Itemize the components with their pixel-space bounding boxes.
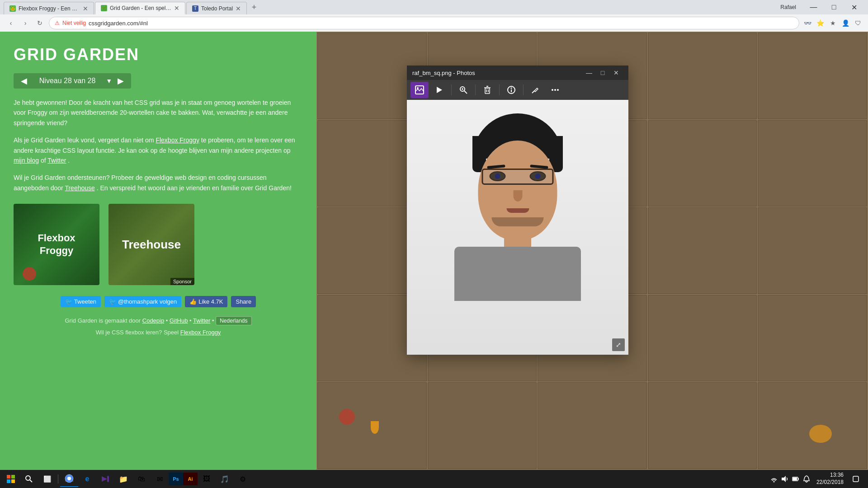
back-button[interactable]: ‹: [5, 18, 16, 28]
notification-icon[interactable]: [802, 474, 811, 483]
taskbar-illustrator[interactable]: Ai: [183, 473, 198, 485]
tab-froggy[interactable]: 🐸 Flexbox Froggy - Een spe... ✕: [4, 2, 94, 14]
photos-view-button[interactable]: [410, 82, 429, 98]
svg-marker-30: [782, 476, 786, 482]
maximize-button[interactable]: □: [824, 0, 844, 14]
start-button[interactable]: [2, 471, 20, 487]
close-button[interactable]: ✕: [844, 0, 864, 14]
date-text: 22/02/2018: [816, 479, 844, 486]
twitter-follow-button[interactable]: 🐦 @thomashpark volgen: [104, 296, 181, 307]
level-dropdown-icon[interactable]: ▼: [106, 77, 112, 84]
grid-favicon: 🌿: [101, 5, 107, 11]
tab-toledo-close[interactable]: ✕: [236, 5, 241, 12]
tweet-button[interactable]: 🐦 Tweeten: [61, 296, 101, 307]
svg-marker-2: [437, 87, 442, 93]
photos-minimize-button[interactable]: —: [582, 66, 596, 80]
prev-level-button[interactable]: ◀: [19, 76, 29, 86]
photos-maximize-button[interactable]: □: [596, 66, 609, 80]
shirt-shape: [454, 247, 581, 301]
taskbar-edge[interactable]: e: [78, 471, 96, 487]
extension-icon-3[interactable]: ★: [828, 19, 837, 28]
browser-chrome: 🐸 Flexbox Froggy - Een spe... ✕ 🌿 Grid G…: [0, 0, 868, 32]
extension-icon-2[interactable]: ⭐: [816, 19, 825, 28]
extension-icon-1[interactable]: 👓: [803, 19, 812, 28]
treehouse-link[interactable]: Treehouse: [65, 184, 94, 192]
refresh-button[interactable]: ↻: [34, 18, 45, 28]
url-text: cssgridgarden.com/#nl: [89, 20, 148, 27]
my-blog-link[interactable]: mijn blog: [14, 157, 39, 164]
photos-zoom-button[interactable]: [454, 82, 472, 98]
action-center-button[interactable]: [849, 471, 863, 487]
svg-line-4: [464, 91, 467, 94]
grid-cell-22: [428, 382, 537, 469]
extension-icon-5[interactable]: 🛡: [854, 19, 863, 28]
taskbar-photoshop[interactable]: Ps: [169, 473, 183, 485]
grid-cell-15: [758, 207, 867, 294]
minimize-button[interactable]: —: [803, 0, 824, 14]
svg-rect-33: [793, 478, 797, 480]
thumbsup-icon: 👍: [189, 298, 197, 305]
svg-point-16: [552, 89, 553, 91]
taskbar-store[interactable]: 🛍: [132, 471, 151, 487]
task-view-button[interactable]: ⬜: [38, 471, 56, 487]
taskbar-photos[interactable]: 🖼: [198, 471, 216, 487]
taskbar-vs[interactable]: [96, 471, 114, 487]
network-icon[interactable]: [769, 474, 778, 483]
flexbox-froggy-final-link[interactable]: Flexbox Froggy: [180, 329, 221, 336]
taskbar-app2[interactable]: ⚙: [234, 471, 252, 487]
para2-end: .: [68, 157, 70, 164]
tab-froggy-close[interactable]: ✕: [83, 5, 88, 12]
sponsor-badge: Sponsor: [170, 278, 194, 285]
separator-2: •: [189, 317, 193, 324]
battery-icon[interactable]: [791, 474, 800, 483]
twitter-link[interactable]: Twitter: [47, 157, 66, 164]
language-button[interactable]: Nederlands: [216, 316, 251, 325]
taskbar-app1[interactable]: 🎵: [216, 471, 234, 487]
facebook-like-button[interactable]: 👍 Like 4.7K: [185, 296, 227, 307]
tab-gridgarden-close[interactable]: ✕: [174, 5, 179, 12]
taskbar-right: 13:36 22/02/2018: [769, 471, 866, 487]
tab-froggy-label: Flexbox Froggy - Een spe...: [19, 5, 80, 12]
footer-twitter-link[interactable]: Twitter: [193, 317, 210, 324]
tab-gridgarden[interactable]: 🌿 Grid Garden - Een spel o... ✕: [95, 2, 185, 14]
photos-more-button[interactable]: [546, 82, 564, 98]
taskbar-explorer[interactable]: 📁: [114, 471, 132, 487]
grid-cell-10: [758, 120, 867, 207]
next-level-button[interactable]: ▶: [116, 76, 126, 86]
flexbox-froggy-link[interactable]: Flexbox Froggy: [156, 136, 199, 144]
photos-delete-button[interactable]: [478, 82, 496, 98]
svg-line-15: [532, 91, 534, 93]
forward-button[interactable]: ›: [20, 18, 31, 28]
flexbox-froggy-card[interactable]: FlexboxFroggy: [14, 204, 99, 285]
url-bar[interactable]: ⚠ Niet veilig cssgridgarden.com/#nl: [49, 17, 799, 29]
github-link[interactable]: GitHub: [170, 317, 188, 324]
photos-close-button[interactable]: ✕: [609, 66, 623, 80]
svg-line-24: [30, 480, 32, 482]
taskbar-mail[interactable]: ✉: [151, 471, 169, 487]
facebook-share-button[interactable]: Share: [231, 296, 256, 307]
photo-display: ⤢: [407, 100, 628, 355]
tab-toledo[interactable]: T Toledo Portal ✕: [186, 2, 247, 14]
treehouse-card[interactable]: Treehouse Sponsor: [108, 204, 194, 285]
photos-edit-button[interactable]: [526, 82, 544, 98]
twitter-bird-icon: 🐦: [65, 298, 72, 305]
intro-para-2: Als je Grid Garden leuk vond, vergeet da…: [14, 135, 303, 165]
volume-icon[interactable]: [780, 474, 789, 483]
level-label: Niveau 28 van 28: [33, 77, 102, 85]
mouth-shape: [506, 208, 529, 213]
clock-display[interactable]: 13:36 22/02/2018: [813, 472, 847, 486]
search-button[interactable]: [20, 471, 38, 487]
extension-icon-4[interactable]: 👤: [841, 19, 850, 28]
taskbar-chrome[interactable]: [60, 471, 78, 487]
para2-prefix: Als je Grid Garden leuk vond, vergeet da…: [14, 136, 156, 144]
photos-info-button[interactable]: [502, 82, 520, 98]
grid-cell-23: [538, 382, 647, 469]
expand-button[interactable]: ⤢: [612, 338, 625, 351]
social-buttons-row: 🐦 Tweeten 🐦 @thomashpark volgen 👍 Like 4…: [14, 296, 303, 307]
carrot-character: [371, 421, 379, 434]
photos-slideshow-button[interactable]: [430, 82, 448, 98]
codepip-link[interactable]: Codepip: [142, 317, 164, 324]
new-tab-button[interactable]: +: [248, 2, 260, 13]
photos-content-area: ⤢: [407, 100, 628, 355]
toolbar-separator-3: [499, 84, 500, 95]
